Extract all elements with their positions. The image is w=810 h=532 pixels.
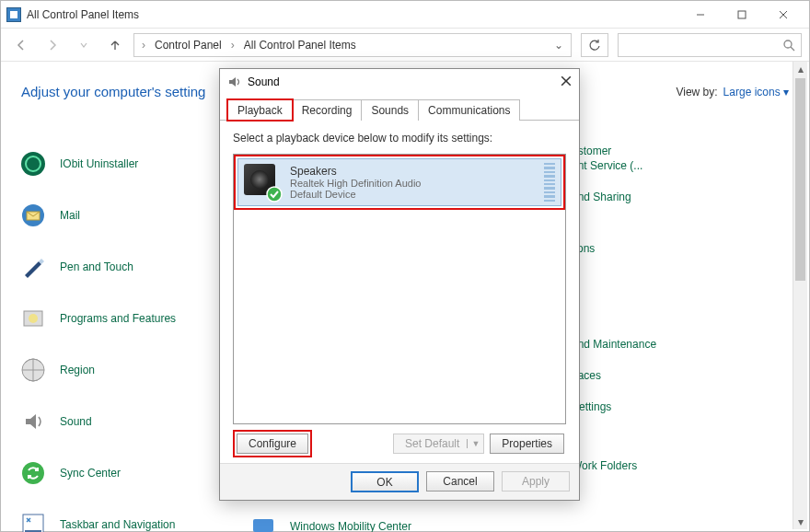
item-taskbar-navigation[interactable]: Taskbar and Navigation (19, 511, 176, 532)
nav-bar: › Control Panel › All Control Panel Item… (1, 29, 809, 62)
device-speakers[interactable]: Speakers Realtek High Definition Audio D… (237, 158, 561, 206)
pen-icon (19, 253, 47, 281)
set-default-button[interactable]: Set Default ▼ (393, 434, 484, 454)
item-label: and Sharing (572, 191, 631, 203)
viewby-link[interactable]: Large icons ▾ (723, 86, 789, 98)
control-panel-icon (6, 7, 21, 22)
up-button[interactable] (102, 33, 128, 57)
item-region[interactable]: Region (19, 356, 176, 384)
forward-button[interactable] (40, 33, 65, 57)
item-partial-7[interactable]: Work Folders (572, 452, 656, 480)
recent-dropdown[interactable] (71, 33, 97, 57)
sound-dialog-icon (227, 75, 242, 89)
svg-point-11 (29, 314, 38, 323)
item-pen-touch[interactable]: Pen and Touch (19, 253, 176, 281)
vertical-scrollbar[interactable]: ▴ ▾ (793, 62, 807, 529)
items-left-column: IObit Uninstaller Mail Pen and Touch Pro… (19, 121, 176, 532)
configure-button[interactable]: Configure (237, 434, 308, 454)
dialog-close-button[interactable] (561, 75, 572, 89)
items-right-partial: ustomer ent Service (... and Sharing tio… (572, 145, 656, 480)
breadcrumb-dropdown[interactable]: ⌄ (554, 39, 569, 52)
iobit-icon (19, 150, 47, 178)
svg-point-4 (784, 40, 792, 48)
item-partial-6[interactable]: Settings (572, 400, 656, 413)
breadcrumb[interactable]: › Control Panel › All Control Panel Item… (133, 33, 572, 57)
item-mail[interactable]: Mail (19, 202, 176, 229)
item-label: and Maintenance (572, 338, 656, 351)
device-text: Speakers Realtek High Definition Audio D… (290, 165, 421, 200)
device-status: Default Device (290, 189, 421, 200)
item-label: Mail (60, 209, 80, 222)
speaker-icon (244, 164, 281, 201)
item-label: Programs and Features (60, 312, 176, 325)
scrollbar-thumb[interactable] (795, 78, 805, 281)
back-button[interactable] (8, 33, 34, 57)
search-input[interactable] (618, 33, 802, 57)
mail-icon (19, 202, 47, 229)
button-label: Set Default (405, 437, 459, 450)
tab-communications[interactable]: Communications (418, 99, 520, 121)
window-title: All Control Panel Items (27, 8, 139, 21)
chevron-down-icon[interactable]: ▼ (467, 439, 480, 448)
taskbar-icon (19, 511, 47, 532)
configure-highlight: Configure (235, 432, 310, 456)
button-label: Configure (249, 437, 296, 450)
tab-playback[interactable]: Playback (227, 99, 293, 121)
item-partial-0[interactable]: ustomer (572, 145, 656, 157)
chevron-right-icon[interactable]: › (229, 39, 237, 52)
scroll-up-icon[interactable]: ▴ (793, 62, 807, 76)
tab-recording[interactable]: Recording (292, 99, 363, 121)
cancel-button[interactable]: Cancel (426, 471, 494, 492)
chevron-down-icon: ▾ (783, 86, 789, 98)
button-label: Apply (522, 475, 550, 488)
item-sound[interactable]: Sound (19, 408, 176, 435)
breadcrumb-seg-1[interactable]: All Control Panel Items (238, 37, 362, 53)
item-label: Windows Mobility Center (290, 520, 411, 532)
refresh-button[interactable] (581, 33, 608, 57)
svg-line-5 (791, 47, 794, 51)
apply-button[interactable]: Apply (502, 471, 570, 492)
device-list[interactable]: Speakers Realtek High Definition Audio D… (233, 154, 566, 424)
page-heading: Adjust your computer's setting (21, 84, 205, 99)
chevron-right-icon[interactable]: › (140, 39, 147, 52)
item-partial-4[interactable]: and Maintenance (572, 338, 656, 351)
window-controls (679, 1, 804, 29)
svg-rect-14 (23, 515, 43, 532)
item-partial-2[interactable]: and Sharing (572, 191, 656, 203)
item-label: Work Folders (572, 459, 637, 472)
minimize-button[interactable] (679, 1, 721, 29)
dialog-bottom-bar: OK Cancel Apply (220, 463, 579, 500)
close-button[interactable] (762, 1, 804, 29)
item-windows-mobility-center[interactable]: Windows Mobility Center (249, 513, 411, 532)
breadcrumb-seg-0[interactable]: Control Panel (149, 37, 227, 53)
tab-label: Recording (302, 104, 353, 117)
spacer (19, 121, 176, 126)
instruction-text: Select a playback device below to modify… (233, 132, 566, 145)
maximize-button[interactable] (721, 1, 762, 29)
device-driver: Realtek High Definition Audio (290, 178, 421, 189)
dialog-tabs: Playback Recording Sounds Communications (220, 98, 579, 121)
vu-meter (544, 163, 555, 202)
tab-label: Sounds (371, 104, 409, 117)
dialog-body: Select a playback device below to modify… (220, 121, 579, 463)
item-label: IObit Uninstaller (60, 157, 138, 170)
item-label: Taskbar and Navigation (60, 518, 175, 531)
item-sync-center[interactable]: Sync Center (19, 459, 176, 487)
item-partial-3[interactable]: tions (572, 242, 656, 255)
item-programs-features[interactable]: Programs and Features (19, 305, 176, 332)
properties-button[interactable]: Properties (490, 434, 564, 454)
scroll-down-icon[interactable]: ▾ (793, 515, 807, 529)
button-label: OK (376, 476, 392, 489)
item-partial-5[interactable]: paces (572, 369, 656, 382)
button-label: Cancel (443, 475, 477, 488)
svg-rect-1 (738, 11, 746, 18)
item-iobit-uninstaller[interactable]: IObit Uninstaller (19, 150, 176, 178)
svg-rect-17 (253, 519, 273, 532)
dialog-title: Sound (248, 75, 280, 88)
ok-button[interactable]: OK (351, 471, 419, 492)
tab-sounds[interactable]: Sounds (361, 99, 419, 121)
tab-label: Playback (237, 104, 283, 117)
viewby-label: View by: (676, 86, 717, 98)
item-partial-1[interactable]: ent Service (... (572, 159, 656, 172)
sound-icon (19, 408, 47, 435)
